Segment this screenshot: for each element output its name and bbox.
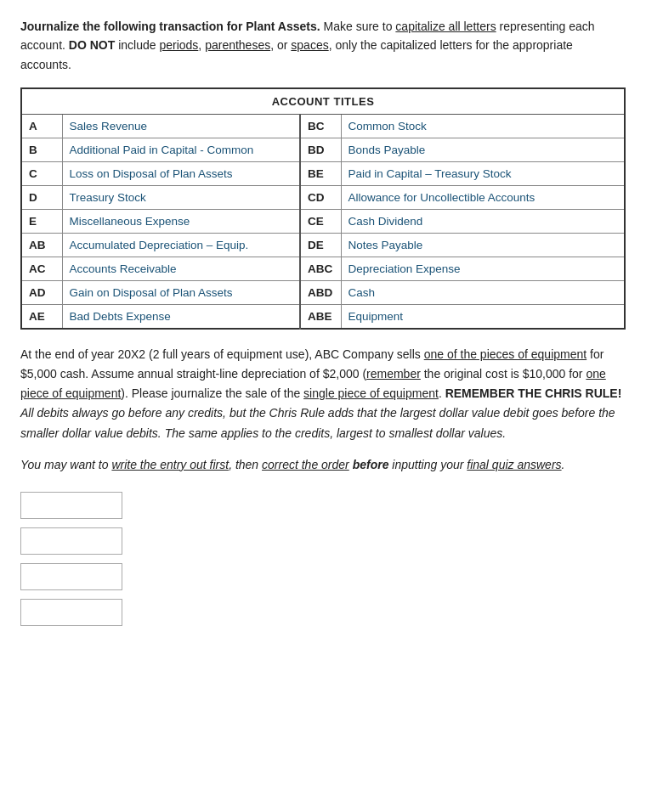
code-a-2: C <box>21 162 62 186</box>
body-text5: . <box>439 386 445 400</box>
body-italic1: All debits always go before any credits,… <box>20 406 615 439</box>
title-b-2: Paid in Capital – Treasury Stock <box>341 162 625 186</box>
table-row: C Loss on Disposal of Plan Assets BE Pai… <box>21 162 625 186</box>
title-b-7: Cash <box>341 281 625 305</box>
title-a-4: Miscellaneous Expense <box>62 210 300 234</box>
code-b-3: CD <box>300 186 341 210</box>
code-a-4: E <box>21 210 62 234</box>
title-a-8: Bad Debts Expense <box>62 305 300 330</box>
body-text1: At the end of year 20X2 (2 full years of… <box>20 347 424 361</box>
body-italic2-u2: correct the order <box>262 458 349 471</box>
title-b-3: Allowance for Uncollectible Accounts <box>341 186 625 210</box>
answer-input-4[interactable] <box>20 599 122 626</box>
intro-paragraph: Journalize the following transaction for… <box>20 17 626 74</box>
intro-parens: parentheses <box>205 38 270 52</box>
input-row-4 <box>20 599 626 626</box>
title-a-0: Sales Revenue <box>62 115 300 138</box>
table-row: A Sales Revenue BC Common Stock <box>21 115 625 138</box>
code-a-7: AD <box>21 281 62 305</box>
intro-text3: include <box>115 38 159 52</box>
body-italic2-start: You may want to <box>20 458 111 471</box>
body-paragraph2: You may want to write the entry out firs… <box>20 455 626 475</box>
intro-donot: DO NOT <box>69 38 115 52</box>
intro-underline: capitalize all letters <box>395 20 496 33</box>
input-row-3 <box>20 563 626 590</box>
body-bold1: REMEMBER THE CHRIS RULE! <box>445 386 622 400</box>
intro-bold: Journalize the following transaction for… <box>20 20 320 33</box>
answer-inputs-container <box>20 492 626 626</box>
title-a-5: Accumulated Depreciation – Equip. <box>62 234 300 257</box>
body-italic2-u1: write the entry out first <box>111 458 229 471</box>
title-b-1: Bonds Payable <box>341 138 625 162</box>
code-b-4: CE <box>300 210 341 234</box>
body-italic2-bold: before <box>349 458 389 471</box>
account-titles-table: ACCOUNT TITLES A Sales Revenue BC Common… <box>20 87 626 330</box>
code-b-1: BD <box>300 138 341 162</box>
intro-comma2: , or <box>270 38 291 52</box>
title-b-6: Depreciation Expense <box>341 257 625 281</box>
code-a-8: AE <box>21 305 62 330</box>
title-a-7: Gain on Disposal of Plan Assets <box>62 281 300 305</box>
table-row: D Treasury Stock CD Allowance for Uncoll… <box>21 186 625 210</box>
title-a-2: Loss on Disposal of Plan Assets <box>62 162 300 186</box>
code-b-0: BC <box>300 115 341 138</box>
intro-spaces: spaces <box>291 38 328 52</box>
body-text4: ). Please journalize the sale of the <box>121 386 303 400</box>
body-italic2-u3: final quiz answers <box>467 458 561 471</box>
code-b-8: ABE <box>300 305 341 330</box>
body-italic2-mid: , then <box>229 458 262 471</box>
title-b-8: Equipment <box>341 305 625 330</box>
answer-input-1[interactable] <box>20 492 122 519</box>
table-row: E Miscellaneous Expense CE Cash Dividend <box>21 210 625 234</box>
table-header: ACCOUNT TITLES <box>21 88 625 115</box>
body-italic2-end: inputting your <box>388 458 467 471</box>
code-a-0: A <box>21 115 62 138</box>
title-b-4: Cash Dividend <box>341 210 625 234</box>
code-b-7: ABD <box>300 281 341 305</box>
title-b-5: Notes Payable <box>341 234 625 257</box>
code-a-5: AB <box>21 234 62 257</box>
code-a-3: D <box>21 186 62 210</box>
body-italic2-dot: . <box>562 458 565 471</box>
title-a-6: Accounts Receivable <box>62 257 300 281</box>
title-a-1: Additional Paid in Capital - Common <box>62 138 300 162</box>
code-b-2: BE <box>300 162 341 186</box>
title-b-0: Common Stock <box>341 115 625 138</box>
code-b-5: DE <box>300 234 341 257</box>
table-row: AC Accounts Receivable ABC Depreciation … <box>21 257 625 281</box>
code-a-6: AC <box>21 257 62 281</box>
body-underline4: single piece of equipment <box>303 386 439 400</box>
intro-comma1: , <box>198 38 205 52</box>
table-row: AD Gain on Disposal of Plan Assets ABD C… <box>21 281 625 305</box>
body-paragraph1: At the end of year 20X2 (2 full years of… <box>20 345 626 443</box>
input-row-2 <box>20 527 626 555</box>
body-underline1: one of the pieces of equipment <box>424 347 586 361</box>
code-a-1: B <box>21 138 62 162</box>
table-row: B Additional Paid in Capital - Common BD… <box>21 138 625 162</box>
intro-periods: periods <box>159 38 198 52</box>
intro-text1: Make sure to <box>320 20 396 33</box>
table-row: AE Bad Debts Expense ABE Equipment <box>21 305 625 330</box>
code-b-6: ABC <box>300 257 341 281</box>
input-row-1 <box>20 492 626 519</box>
table-row: AB Accumulated Depreciation – Equip. DE … <box>21 234 625 257</box>
body-underline2: remember <box>366 367 421 381</box>
body-text3: the original cost is $10,000 for <box>421 367 586 381</box>
answer-input-3[interactable] <box>20 563 122 590</box>
answer-input-2[interactable] <box>20 527 122 555</box>
title-a-3: Treasury Stock <box>62 186 300 210</box>
